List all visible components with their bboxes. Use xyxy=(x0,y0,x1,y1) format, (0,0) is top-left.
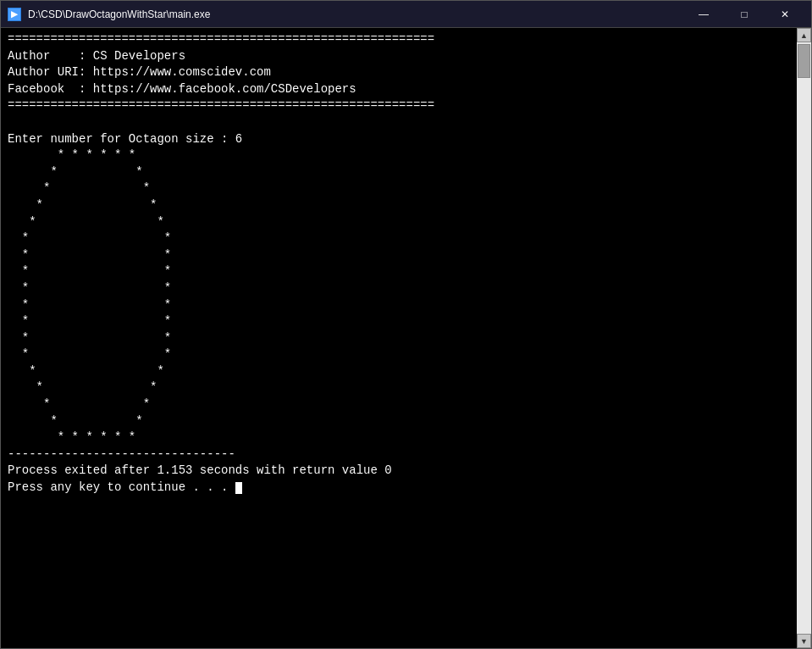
title-bar-left: ▶ D:\CSD\DrawOctagonWithStar\main.exe xyxy=(8,8,210,21)
scroll-track[interactable] xyxy=(797,42,811,634)
scroll-down-arrow[interactable]: ▼ xyxy=(797,634,811,648)
maximize-button[interactable]: □ xyxy=(725,2,764,27)
scroll-up-arrow[interactable]: ▲ xyxy=(797,28,811,42)
console-output[interactable]: ========================================… xyxy=(1,28,797,648)
minimize-button[interactable]: — xyxy=(684,2,723,27)
separator-bottom: ========================================… xyxy=(8,98,434,112)
separator-top: ========================================… xyxy=(8,32,434,46)
window-controls: — □ ✕ xyxy=(684,2,804,27)
author-line: Author : CS Developers xyxy=(8,49,185,63)
scroll-thumb[interactable] xyxy=(798,44,810,78)
console-area: ========================================… xyxy=(1,28,811,648)
prompt-line: Enter number for Octagon size : 6 xyxy=(8,132,242,146)
separator3: -------------------------------- xyxy=(8,447,235,461)
scrollbar[interactable]: ▲ ▼ xyxy=(797,28,811,648)
window-title: D:\CSD\DrawOctagonWithStar\main.exe xyxy=(28,8,210,20)
exit-line: Process exited after 1.153 seconds with … xyxy=(8,463,392,477)
close-button[interactable]: ✕ xyxy=(765,2,804,27)
facebook-line: Facebook : https://www.facebook.com/CSDe… xyxy=(8,82,356,96)
main-window: ▶ D:\CSD\DrawOctagonWithStar\main.exe — … xyxy=(0,0,812,649)
title-bar: ▶ D:\CSD\DrawOctagonWithStar\main.exe — … xyxy=(1,1,811,28)
cursor xyxy=(235,482,242,494)
continue-line: Press any key to continue . . . xyxy=(8,480,235,494)
author-uri-line: Author URI: https://www.comscidev.com xyxy=(8,65,271,79)
window-icon: ▶ xyxy=(8,8,21,21)
